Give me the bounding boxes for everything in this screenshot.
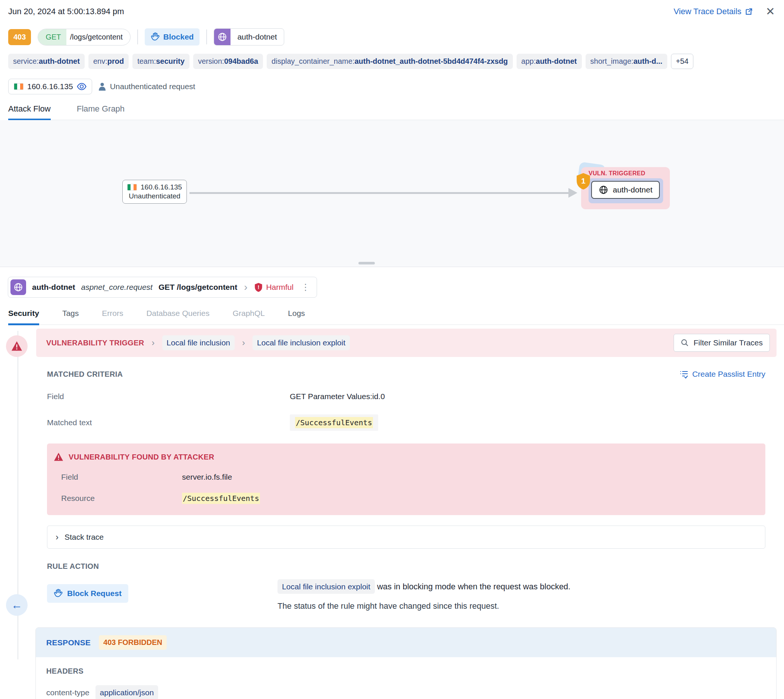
tab-attack-flow[interactable]: Attack Flow — [8, 104, 51, 120]
crumb-rule-name[interactable]: Local file inclusion exploit — [252, 335, 350, 350]
stack-trace-expander[interactable]: › Stack trace — [47, 525, 765, 549]
attack-target-node[interactable]: VULN. TRIGGERED auth-dotnet 1 — [581, 167, 670, 209]
service-name: auth-dotnet — [230, 32, 283, 41]
response-status-badge: 403 FORBIDDEN — [99, 635, 167, 650]
request-summary-row: 403 GET /logs/getcontent Blocked auth-do… — [8, 28, 784, 45]
passlist-icon — [680, 369, 688, 379]
back-arrow-button[interactable]: ← — [6, 594, 28, 616]
attacker-resource-value: /SuccessfulEvents — [182, 493, 260, 504]
field-row: Field GET Parameter Values:id.0 — [47, 392, 765, 401]
attacker-resource-row: Resource /SuccessfulEvents — [54, 493, 756, 504]
span-service: auth-dotnet — [32, 283, 75, 292]
eye-icon[interactable] — [77, 83, 86, 90]
span-operation: aspnet_core.request — [81, 283, 152, 292]
matched-text-row: Matched text /SuccessfulEvents — [47, 414, 765, 431]
matched-criteria-title: MATCHED CRITERIA — [47, 370, 123, 379]
detail-tabs: Security Tags Errors Database Queries Gr… — [8, 309, 784, 325]
trace-timestamp: Jun 20, 2024 at 5:00:13.894 pm — [8, 7, 124, 17]
rule-name-pill[interactable]: Local file inclusion exploit — [277, 579, 375, 594]
close-icon[interactable]: ✕ — [766, 6, 775, 17]
attack-source-node[interactable]: 160.6.16.135 Unauthenticated — [122, 180, 187, 204]
rule-status-note: The status of the rule might have change… — [277, 601, 571, 611]
view-tabs: Attack Flow Flame Graph — [8, 104, 784, 120]
response-section: RESPONSE 403 FORBIDDEN HEADERS content-t… — [35, 628, 777, 699]
headers-title: HEADERS — [46, 667, 766, 676]
kebab-menu-icon[interactable]: ⋮ — [300, 282, 312, 292]
service-chip[interactable]: auth-dotnet — [214, 28, 284, 45]
search-icon — [681, 339, 689, 347]
tag-service[interactable]: service:auth-dotnet — [8, 54, 85, 69]
tag-version[interactable]: version:094bad6a — [193, 54, 263, 69]
content-type-value: application/json — [96, 685, 159, 699]
rule-blocking-text: was in blocking mode when the request wa… — [375, 582, 571, 591]
tab-logs[interactable]: Logs — [288, 309, 305, 325]
chevron-right-icon: › — [244, 281, 247, 293]
view-trace-details-link[interactable]: View Trace Details — [674, 7, 753, 17]
user-icon — [98, 82, 106, 91]
client-row: 160.6.16.135 Unauthenticated request — [8, 79, 784, 94]
vulnerability-trigger-banner: VULNERABILITY TRIGGER › Local file inclu… — [36, 329, 777, 357]
tab-errors: Errors — [102, 309, 123, 325]
tab-flame-graph[interactable]: Flame Graph — [77, 104, 124, 120]
status-code-badge: 403 — [8, 29, 31, 45]
svg-text:1: 1 — [581, 176, 585, 185]
client-ip-pill[interactable]: 160.6.16.135 — [8, 79, 92, 94]
vuln-count-shield-icon: 1 — [575, 172, 592, 190]
attack-flow-canvas: 160.6.16.135 Unauthenticated VULN. TRIGG… — [0, 120, 784, 267]
globe-service-icon — [598, 185, 608, 195]
svg-text:!: ! — [258, 284, 260, 290]
chevron-right-icon: › — [56, 532, 58, 542]
attacker-field-row: Field server.io.fs.file — [54, 472, 756, 482]
tab-tags[interactable]: Tags — [62, 309, 79, 325]
response-header: RESPONSE 403 FORBIDDEN — [36, 628, 776, 657]
blocked-badge: Blocked — [145, 28, 200, 45]
banner-title: VULNERABILITY TRIGGER — [46, 339, 144, 347]
divider — [206, 30, 207, 45]
vulnerability-found-title: VULNERABILITY FOUND BY ATTACKER — [69, 453, 214, 461]
external-link-icon — [745, 7, 753, 16]
auth-status: Unauthenticated request — [98, 82, 196, 91]
http-method: GET — [38, 29, 66, 45]
rule-action-row: Block Request Local file inclusion explo… — [47, 582, 765, 611]
globe-service-icon — [214, 29, 230, 45]
warning-triangle-icon — [54, 452, 63, 461]
span-breadcrumb-bar[interactable]: auth-dotnet aspnet_core.request GET /log… — [8, 277, 317, 298]
rule-action-title: RULE ACTION — [47, 562, 765, 571]
endpoint-pill[interactable]: GET /logs/getcontent — [38, 29, 130, 45]
client-ip: 160.6.16.135 — [27, 82, 73, 91]
vulnerability-found-box: VULNERABILITY FOUND BY ATTACKER Field se… — [47, 444, 765, 515]
security-content: ← VULNERABILITY TRIGGER › Local file inc… — [0, 329, 784, 699]
tab-graphql: GraphQL — [233, 309, 265, 325]
header-row-content-type: content-type application/json — [46, 685, 766, 699]
request-path: /logs/getcontent — [66, 29, 130, 45]
tag-display-container-name[interactable]: display_container_name:auth-dotnet_auth-… — [267, 54, 513, 69]
chevron-right-icon: › — [242, 338, 245, 348]
hand-block-icon — [151, 32, 160, 42]
vuln-triggered-label: VULN. TRIGGERED — [588, 170, 663, 177]
block-request-badge: Block Request — [47, 584, 128, 603]
hand-block-icon — [54, 589, 63, 598]
matched-text-value: /SuccessfulEvents — [290, 414, 378, 431]
ireland-flag-icon — [127, 184, 137, 190]
tab-security[interactable]: Security — [8, 309, 39, 325]
panel-resize-handle[interactable] — [358, 262, 375, 265]
tab-database-queries: Database Queries — [146, 309, 209, 325]
create-passlist-entry-button[interactable]: Create Passlist Entry — [680, 369, 765, 379]
harmful-shield-icon: ! — [254, 282, 263, 292]
crumb-vulnerability-type[interactable]: Local file inclusion — [162, 335, 235, 350]
span-resource: GET /logs/getcontent — [159, 283, 237, 292]
attack-arrow — [189, 192, 569, 194]
harmful-badge: ! Harmful — [254, 282, 293, 292]
tags-row: service:auth-dotnet env:prod team:securi… — [8, 54, 784, 69]
chevron-right-icon: › — [152, 338, 155, 348]
globe-service-icon — [10, 279, 26, 295]
tag-env[interactable]: env:prod — [88, 54, 129, 69]
panel-header: Jun 20, 2024 at 5:00:13.894 pm View Trac… — [0, 0, 784, 17]
tag-team[interactable]: team:security — [133, 54, 189, 69]
tag-short-image[interactable]: short_image:auth-d... — [585, 54, 667, 69]
divider — [137, 30, 138, 45]
vulnerability-marker-icon — [6, 335, 28, 357]
filter-similar-traces-button[interactable]: Filter Similar Traces — [674, 334, 770, 352]
tag-app[interactable]: app:auth-dotnet — [517, 54, 582, 69]
more-tags-button[interactable]: +54 — [671, 54, 693, 69]
